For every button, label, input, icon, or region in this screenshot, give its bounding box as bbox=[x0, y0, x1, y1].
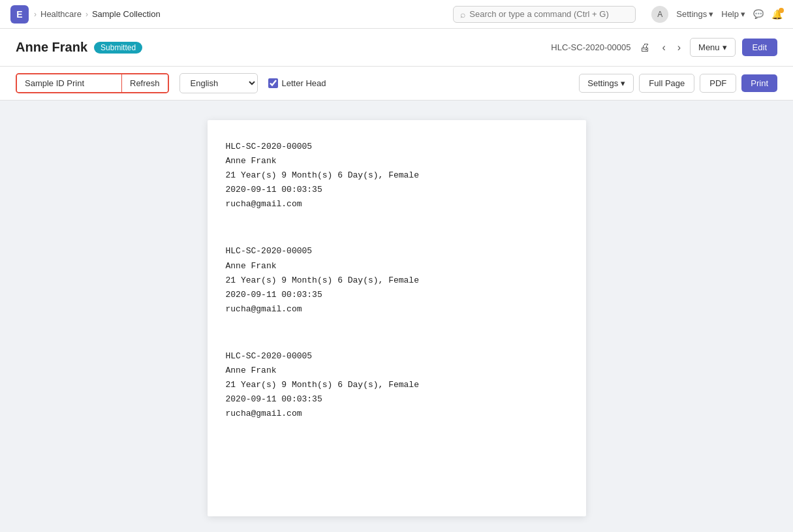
print-preview: HLC-SC-2020-00005 Anne Frank 21 Year(s) … bbox=[208, 120, 586, 516]
menu-button[interactable]: Menu ▾ bbox=[690, 38, 736, 57]
global-search-box[interactable]: ⌕ bbox=[453, 6, 636, 23]
label-age-gender: 21 Year(s) 9 Month(s) 6 Day(s), Female bbox=[226, 274, 568, 288]
label-name: Anne Frank bbox=[226, 154, 568, 168]
letterhead-label: Letter Head bbox=[268, 78, 326, 88]
pdf-button[interactable]: PDF bbox=[700, 74, 736, 93]
search-input[interactable] bbox=[469, 9, 629, 19]
chevron-down-icon-4: ▾ bbox=[621, 78, 625, 88]
page-header-right: HLC-SC-2020-00005 🖨 ‹ › Menu ▾ Edit bbox=[551, 38, 777, 57]
label-block: HLC-SC-2020-00005 Anne Frank 21 Year(s) … bbox=[226, 349, 568, 421]
label-datetime: 2020-09-11 00:03:35 bbox=[226, 288, 568, 302]
print-format-input[interactable] bbox=[17, 74, 121, 92]
label-email: rucha@gmail.com bbox=[226, 197, 568, 211]
label-email: rucha@gmail.com bbox=[226, 302, 568, 317]
chevron-down-icon-2: ▾ bbox=[741, 9, 745, 19]
notification-dot bbox=[779, 8, 784, 13]
nav-right: A Settings ▾ Help ▾ 💬 🔔 bbox=[651, 6, 783, 23]
label-id: HLC-SC-2020-00005 bbox=[226, 140, 568, 154]
print-icon-button[interactable]: 🖨 bbox=[637, 39, 653, 56]
chevron-down-icon: ▾ bbox=[709, 9, 713, 19]
help-button[interactable]: Help ▾ bbox=[721, 9, 745, 19]
settings-button[interactable]: Settings ▾ bbox=[676, 9, 713, 19]
breadcrumb: › Healthcare › Sample Collection bbox=[34, 9, 161, 19]
label-block: HLC-SC-2020-00005 Anne Frank 21 Year(s) … bbox=[226, 244, 568, 316]
label-block: HLC-SC-2020-00005 Anne Frank 21 Year(s) … bbox=[226, 140, 568, 211]
page-header: Anne Frank Submitted HLC-SC-2020-00005 🖨… bbox=[0, 29, 793, 67]
search-icon: ⌕ bbox=[460, 9, 465, 20]
document-id: HLC-SC-2020-00005 bbox=[551, 42, 630, 52]
bell-button[interactable]: 🔔 bbox=[771, 9, 783, 20]
chevron-right-icon: › bbox=[34, 10, 37, 19]
edit-button[interactable]: Edit bbox=[742, 39, 777, 56]
label-id: HLC-SC-2020-00005 bbox=[226, 244, 568, 258]
label-id: HLC-SC-2020-00005 bbox=[226, 349, 568, 364]
chat-icon: 💬 bbox=[753, 9, 764, 19]
language-select[interactable]: English bbox=[179, 73, 258, 93]
label-name: Anne Frank bbox=[226, 259, 568, 274]
top-nav: E › Healthcare › Sample Collection ⌕ A S… bbox=[0, 0, 793, 29]
print-button[interactable]: Print bbox=[741, 74, 777, 92]
refresh-button[interactable]: Refresh bbox=[121, 74, 168, 92]
label-age-gender: 21 Year(s) 9 Month(s) 6 Day(s), Female bbox=[226, 378, 568, 392]
toolbar: Refresh English Letter Head Settings ▾ F… bbox=[0, 67, 793, 101]
app-logo: E bbox=[10, 5, 29, 23]
letterhead-checkbox[interactable] bbox=[268, 78, 278, 88]
label-name: Anne Frank bbox=[226, 364, 568, 378]
fullpage-button[interactable]: Full Page bbox=[639, 74, 694, 93]
next-doc-button[interactable]: › bbox=[675, 39, 683, 56]
prev-doc-button[interactable]: ‹ bbox=[659, 39, 668, 56]
print-format-box: Refresh bbox=[16, 73, 169, 93]
chevron-down-icon-3: ▾ bbox=[723, 42, 727, 52]
label-datetime: 2020-09-11 00:03:35 bbox=[226, 392, 568, 407]
avatar: A bbox=[651, 6, 668, 23]
label-datetime: 2020-09-11 00:03:35 bbox=[226, 183, 568, 197]
main-content: HLC-SC-2020-00005 Anne Frank 21 Year(s) … bbox=[0, 101, 793, 532]
breadcrumb-current[interactable]: Sample Collection bbox=[92, 9, 161, 19]
status-badge: Submitted bbox=[94, 42, 142, 54]
label-email: rucha@gmail.com bbox=[226, 407, 568, 421]
chat-button[interactable]: 💬 bbox=[753, 9, 764, 19]
page-title: Anne Frank bbox=[16, 40, 87, 55]
toolbar-right: Settings ▾ Full Page PDF Print bbox=[579, 74, 777, 93]
label-age-gender: 21 Year(s) 9 Month(s) 6 Day(s), Female bbox=[226, 168, 568, 183]
chevron-right-icon-2: › bbox=[86, 10, 88, 19]
breadcrumb-healthcare[interactable]: Healthcare bbox=[40, 9, 82, 19]
toolbar-settings-button[interactable]: Settings ▾ bbox=[579, 74, 634, 93]
